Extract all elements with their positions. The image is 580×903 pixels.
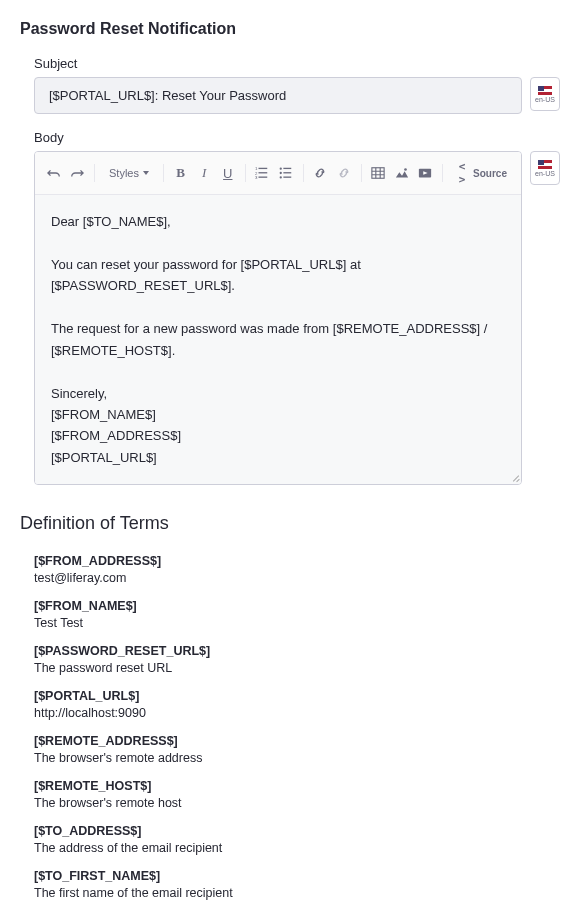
svg-point-8 <box>279 172 281 174</box>
term-key: [$FROM_ADDRESS$] <box>34 554 560 568</box>
underline-button[interactable]: U <box>217 160 239 186</box>
resize-handle[interactable] <box>509 472 519 482</box>
unlink-icon <box>337 166 351 180</box>
definitions-title: Definition of Terms <box>20 513 560 534</box>
table-icon <box>371 166 385 180</box>
undo-button[interactable] <box>43 160 65 186</box>
term-description: Test Test <box>34 616 83 630</box>
locale-code: en-US <box>535 170 555 177</box>
svg-point-10 <box>279 176 281 178</box>
source-label: Source <box>473 168 507 179</box>
term-description: http://localhost:9090 <box>34 706 146 720</box>
locale-selector[interactable]: en-US <box>530 77 560 111</box>
svg-text:3: 3 <box>255 175 258 180</box>
term-key: [$PASSWORD_RESET_URL$] <box>34 644 560 658</box>
underline-icon: U <box>223 166 232 181</box>
term-description: test@liferay.com <box>34 571 126 585</box>
redo-icon <box>70 166 84 180</box>
term-key: [$TO_FIRST_NAME$] <box>34 869 560 883</box>
svg-rect-1 <box>259 168 268 169</box>
video-button[interactable] <box>415 160 437 186</box>
locale-code: en-US <box>535 96 555 103</box>
svg-rect-12 <box>372 168 384 179</box>
subject-label: Subject <box>34 56 560 71</box>
subject-input[interactable] <box>34 77 522 114</box>
term-description: The browser's remote address <box>34 751 202 765</box>
term-description: The address of the email recipient <box>34 841 222 855</box>
term-item: [$FROM_NAME$]Test Test <box>34 599 560 630</box>
bold-icon: B <box>176 165 185 181</box>
term-key: [$TO_ADDRESS$] <box>34 824 560 838</box>
svg-rect-9 <box>283 172 291 173</box>
flag-us-icon <box>538 160 552 169</box>
code-icon: < > <box>455 160 469 186</box>
caret-down-icon <box>143 171 149 175</box>
term-description: The browser's remote host <box>34 796 182 810</box>
toolbar-separator <box>163 164 164 182</box>
editor-toolbar: Styles B I U 123 <box>35 152 521 195</box>
svg-point-6 <box>279 167 281 169</box>
ordered-list-button[interactable]: 123 <box>251 160 273 186</box>
svg-rect-5 <box>259 177 268 178</box>
term-item: [$REMOTE_HOST$]The browser's remote host <box>34 779 560 810</box>
styles-label: Styles <box>109 167 139 179</box>
body-editor: Styles B I U 123 <box>34 151 522 485</box>
styles-dropdown[interactable]: Styles <box>101 163 157 183</box>
term-key: [$REMOTE_HOST$] <box>34 779 560 793</box>
toolbar-separator <box>442 164 443 182</box>
svg-rect-7 <box>283 168 291 169</box>
unlink-button[interactable] <box>333 160 355 186</box>
section-title: Password Reset Notification <box>20 20 560 38</box>
unordered-list-icon <box>279 166 293 180</box>
term-key: [$PORTAL_URL$] <box>34 689 560 703</box>
toolbar-separator <box>245 164 246 182</box>
locale-selector[interactable]: en-US <box>530 151 560 185</box>
toolbar-separator <box>361 164 362 182</box>
svg-rect-3 <box>259 172 268 173</box>
toolbar-separator <box>94 164 95 182</box>
unordered-list-button[interactable] <box>275 160 297 186</box>
italic-icon: I <box>202 165 206 181</box>
term-item: [$REMOTE_ADDRESS$]The browser's remote a… <box>34 734 560 765</box>
link-button[interactable] <box>309 160 331 186</box>
body-textarea[interactable]: Dear [$TO_NAME$], You can reset your pas… <box>35 195 521 484</box>
redo-button[interactable] <box>67 160 89 186</box>
link-icon <box>313 166 327 180</box>
term-item: [$TO_FIRST_NAME$]The first name of the e… <box>34 869 560 900</box>
term-description: The password reset URL <box>34 661 172 675</box>
svg-rect-11 <box>283 177 291 178</box>
image-button[interactable] <box>391 160 413 186</box>
video-icon <box>418 166 432 180</box>
table-button[interactable] <box>367 160 389 186</box>
term-key: [$REMOTE_ADDRESS$] <box>34 734 560 748</box>
term-description: The first name of the email recipient <box>34 886 233 900</box>
undo-icon <box>47 166 61 180</box>
bold-button[interactable]: B <box>170 160 192 186</box>
term-item: [$FROM_ADDRESS$]test@liferay.com <box>34 554 560 585</box>
source-button[interactable]: < > Source <box>449 156 513 190</box>
svg-point-17 <box>404 168 407 171</box>
toolbar-separator <box>303 164 304 182</box>
image-icon <box>395 166 409 180</box>
term-item: [$TO_ADDRESS$]The address of the email r… <box>34 824 560 855</box>
ordered-list-icon: 123 <box>255 166 269 180</box>
term-item: [$PASSWORD_RESET_URL$]The password reset… <box>34 644 560 675</box>
definitions-list: [$FROM_ADDRESS$]test@liferay.com[$FROM_N… <box>34 554 560 903</box>
flag-us-icon <box>538 86 552 95</box>
term-item: [$PORTAL_URL$]http://localhost:9090 <box>34 689 560 720</box>
term-key: [$FROM_NAME$] <box>34 599 560 613</box>
body-label: Body <box>34 130 560 145</box>
italic-button[interactable]: I <box>193 160 215 186</box>
